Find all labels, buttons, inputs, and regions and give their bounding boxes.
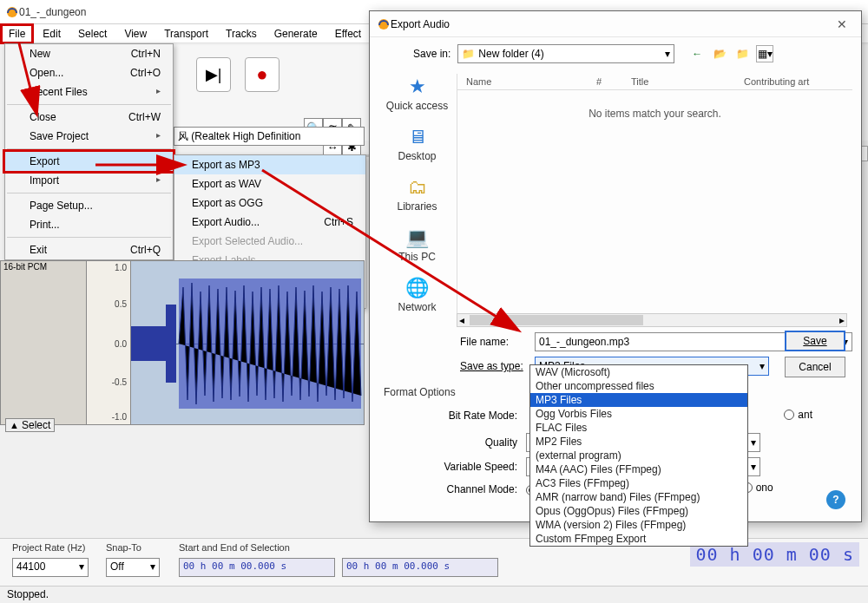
star-icon: ★ — [402, 74, 433, 100]
waveform-scale: 1.0 0.5 0.0 -0.5 -1.0 — [87, 260, 130, 425]
menu-save-project[interactable]: Save Project — [5, 127, 173, 146]
menu-import[interactable]: Import — [5, 171, 173, 190]
menu-tracks[interactable]: Tracks — [217, 26, 266, 42]
up-icon[interactable]: 📂 — [711, 45, 728, 62]
audacity-logo-icon — [377, 17, 391, 31]
type-option[interactable]: WAV (Microsoft) — [530, 365, 747, 379]
folder-icon: 📁 — [462, 48, 475, 60]
place-quick-access[interactable]: ★Quick access — [380, 74, 454, 112]
file-menu: NewCtrl+N Open...Ctrl+O Recent Files Clo… — [4, 43, 174, 260]
snap-to-label: Snap-To — [106, 542, 141, 553]
snap-to-dropdown[interactable]: Off ▾ — [106, 558, 160, 577]
window-title: 01_-_dungeon — [19, 6, 86, 18]
skip-end-button[interactable]: ▶| — [196, 57, 231, 92]
separator — [7, 104, 171, 105]
chevron-down-icon: ▾ — [760, 360, 765, 372]
record-button[interactable]: ● — [245, 57, 279, 92]
place-libraries[interactable]: 🗂Libraries — [380, 174, 454, 213]
menu-new[interactable]: NewCtrl+N — [5, 44, 173, 63]
place-desktop[interactable]: 🖥Desktop — [380, 124, 454, 162]
view-menu-icon[interactable]: ▦▾ — [756, 45, 773, 62]
selection-label: Start and End of Selection — [179, 542, 290, 553]
project-rate-dropdown[interactable]: 44100 ▾ — [12, 558, 89, 577]
save-as-type-label: Save as type: — [457, 360, 535, 372]
export-as-ogg[interactable]: Export as OGG — [174, 193, 365, 213]
track-format: 16-bit PCM — [1, 261, 86, 272]
type-option[interactable]: AC3 Files (FFmpeg) — [530, 476, 747, 490]
separator — [7, 193, 171, 193]
desktop-icon: 🖥 — [402, 124, 433, 150]
save-in-label: Save in: — [413, 48, 450, 60]
chevron-down-icon: ▾ — [751, 436, 756, 449]
menu-effect[interactable]: Effect — [326, 26, 370, 42]
menu-page-setup[interactable]: Page Setup... — [5, 196, 173, 215]
file-list[interactable]: Name # Title Contributing art No items m… — [457, 74, 852, 317]
place-network[interactable]: 🌐Network — [380, 275, 454, 313]
export-as-wav[interactable]: Export as WAV — [174, 174, 365, 193]
type-option[interactable]: Ogg Vorbis Files — [530, 407, 747, 421]
chevron-down-icon: ▾ — [751, 461, 756, 473]
audacity-logo-icon — [5, 5, 19, 19]
save-button[interactable]: Save — [785, 331, 845, 351]
type-option[interactable]: MP2 Files — [530, 435, 747, 449]
svg-rect-1 — [131, 326, 166, 361]
new-folder-icon[interactable]: 📁 — [733, 45, 751, 62]
place-this-pc[interactable]: 💻This PC — [380, 225, 454, 263]
export-audio[interactable]: Export Audio...Ctrl+S — [174, 213, 365, 232]
recording-device-dropdown[interactable]: 风 (Realtek High Definition — [174, 127, 365, 146]
type-option[interactable]: Opus (OggOpus) Files (FFmpeg) — [530, 504, 747, 518]
pc-icon: 💻 — [402, 225, 433, 251]
menu-edit[interactable]: Edit — [34, 26, 69, 42]
type-option[interactable]: Other uncompressed files — [530, 379, 747, 393]
type-option[interactable]: WMA (version 2) Files (FFmpeg) — [530, 518, 747, 532]
type-option[interactable]: (external program) — [530, 449, 747, 462]
col-contrib[interactable]: Contributing art — [735, 74, 818, 89]
selection-end-time[interactable]: 00 h 00 m 00.000 s — [342, 558, 498, 577]
format-options-label: Format Options — [384, 386, 456, 398]
type-option[interactable]: M4A (AAC) Files (FFmpeg) — [530, 462, 747, 476]
track-select-button[interactable]: ▲ Select — [5, 418, 55, 432]
help-icon[interactable]: ? — [826, 490, 845, 509]
menu-print[interactable]: Print... — [5, 215, 173, 234]
menu-exit[interactable]: ExitCtrl+Q — [5, 240, 173, 259]
bitrate-mode-label: Bit Rate Mode: — [422, 410, 526, 422]
type-option[interactable]: FLAC Files — [530, 421, 747, 435]
cancel-button[interactable]: Cancel — [785, 357, 845, 377]
export-selected: Export Selected Audio... — [174, 232, 365, 251]
channel-mode-label: Channel Mode: — [422, 483, 526, 495]
type-option[interactable]: AMR (narrow band) Files (FFmpeg) — [530, 490, 747, 504]
project-rate-label: Project Rate (Hz) — [12, 542, 85, 553]
places-bar: ★Quick access 🖥Desktop 🗂Libraries 💻This … — [380, 74, 454, 325]
save-in-dropdown[interactable]: 📁New folder (4) ▾ — [457, 44, 674, 63]
menu-generate[interactable]: Generate — [266, 26, 326, 42]
network-icon: 🌐 — [402, 275, 433, 301]
menu-transport[interactable]: Transport — [155, 26, 217, 42]
menu-recent-files[interactable]: Recent Files — [5, 82, 173, 102]
export-as-mp3[interactable]: Export as MP3 — [174, 155, 365, 174]
bitrate-radio[interactable]: ant — [784, 409, 812, 421]
svg-rect-2 — [166, 305, 176, 383]
quality-label: Quality — [422, 436, 526, 449]
menu-select[interactable]: Select — [69, 26, 115, 42]
type-option[interactable]: Custom FFmpeg Export — [530, 532, 747, 546]
waveform-display[interactable] — [130, 260, 365, 425]
close-icon[interactable]: ✕ — [830, 16, 854, 33]
hscrollbar[interactable]: ◂▸ — [457, 313, 847, 327]
chevron-down-icon: ▾ — [665, 48, 670, 60]
separator — [7, 237, 171, 238]
type-option[interactable]: MP3 Files — [530, 393, 747, 407]
selection-start-time[interactable]: 00 h 00 m 00.000 s — [179, 558, 335, 577]
menu-file[interactable]: File — [0, 23, 34, 44]
filename-label: File name: — [457, 336, 535, 348]
col-title[interactable]: Title — [622, 74, 735, 89]
menu-view[interactable]: View — [115, 26, 155, 42]
track-control-panel[interactable]: 16-bit PCM — [0, 260, 87, 425]
save-as-type-list: WAV (Microsoft) Other uncompressed files… — [529, 364, 748, 547]
back-icon[interactable]: ← — [688, 45, 706, 62]
menu-export[interactable]: Export — [3, 149, 175, 174]
status-bar: Stopped. — [0, 586, 868, 603]
menu-open[interactable]: Open...Ctrl+O — [5, 63, 173, 82]
col-num[interactable]: # — [588, 74, 622, 89]
col-name[interactable]: Name — [457, 74, 588, 89]
menu-close[interactable]: CloseCtrl+W — [5, 108, 173, 127]
